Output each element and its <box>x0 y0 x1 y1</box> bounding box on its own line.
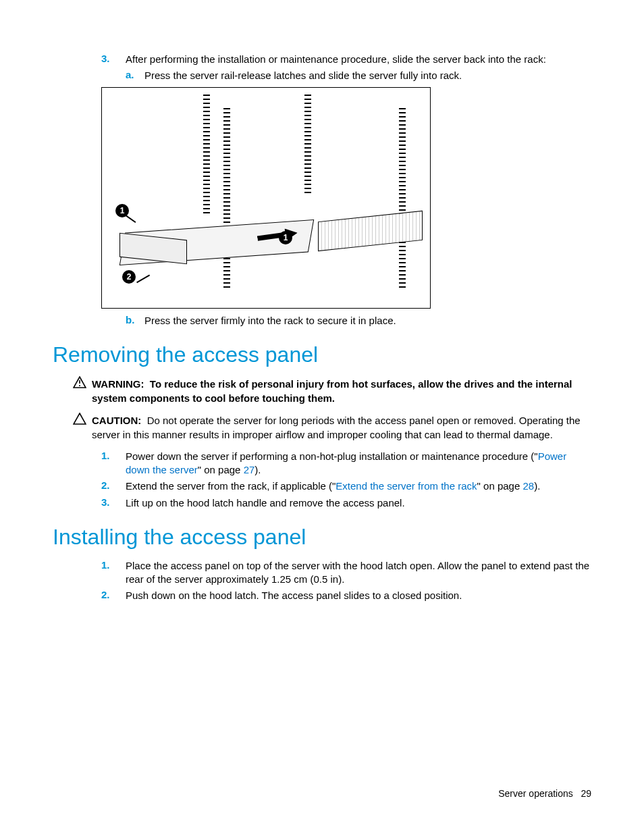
list-item: 3. Lift up on the hood latch handle and … <box>101 496 591 510</box>
step-marker: 1. <box>101 450 126 477</box>
caution-admonition: CAUTION: Do not operate the server for l… <box>73 413 591 442</box>
warning-label: WARNING: <box>92 378 144 390</box>
svg-marker-3 <box>74 413 86 424</box>
step-marker: 1. <box>101 559 126 587</box>
link-page-28[interactable]: 28 <box>522 480 534 492</box>
link-extend-server[interactable]: Extend the server from the rack <box>336 480 477 492</box>
warning-admonition: WARNING: To reduce the risk of personal … <box>73 377 591 405</box>
substep-a: a. Press the server rail-release latches… <box>126 69 591 82</box>
list-item: 1. Place the access panel on top of the … <box>101 559 591 587</box>
callout-2: 2 <box>122 270 136 284</box>
step-text: Lift up on the hood latch handle and rem… <box>126 496 591 510</box>
list-item: 1. Power down the server if performing a… <box>101 450 591 477</box>
step-text: Place the access panel on top of the ser… <box>126 559 591 587</box>
step-marker: 2. <box>101 589 126 602</box>
footer-page-number: 29 <box>581 788 591 799</box>
step-text: Power down the server if performing a no… <box>126 450 538 462</box>
removing-steps: 1. Power down the server if performing a… <box>101 450 591 510</box>
warning-icon <box>73 376 92 405</box>
caution-text: Do not operate the server for long perio… <box>92 415 581 440</box>
step-marker: 3. <box>101 496 126 510</box>
substep-marker: a. <box>126 69 144 82</box>
caution-label: CAUTION: <box>92 415 141 426</box>
caution-icon <box>73 413 92 441</box>
heading-removing-access-panel: Removing the access panel <box>53 342 591 367</box>
substep-b: b. Press the server firmly into the rack… <box>126 314 591 328</box>
step-text: Extend the server from the rack, if appl… <box>126 480 336 492</box>
list-item: 2. Push down on the hood latch. The acce… <box>101 589 591 602</box>
substep-marker: b. <box>126 314 144 328</box>
step-marker: 3. <box>101 53 126 66</box>
rack-illustration: 1 1 2 <box>101 87 431 309</box>
substep-text: Press the server rail-release latches an… <box>144 69 591 82</box>
svg-point-2 <box>79 385 80 386</box>
step-3: 3. After performing the installation or … <box>101 53 591 66</box>
step-marker: 2. <box>101 479 126 493</box>
footer-section: Server operations <box>498 788 573 799</box>
warning-text: To reduce the risk of personal injury fr… <box>92 378 572 404</box>
heading-installing-access-panel: Installing the access panel <box>53 525 591 550</box>
substep-text: Press the server firmly into the rack to… <box>144 314 591 328</box>
link-page-27[interactable]: 27 <box>244 464 255 475</box>
list-item: 2. Extend the server from the rack, if a… <box>101 479 591 493</box>
installing-steps: 1. Place the access panel on top of the … <box>101 559 591 603</box>
page-footer: Server operations 29 <box>498 788 591 799</box>
step-text: After performing the installation or mai… <box>126 53 591 66</box>
step-text: Push down on the hood latch. The access … <box>126 589 591 602</box>
callout-1b: 1 <box>279 231 292 244</box>
